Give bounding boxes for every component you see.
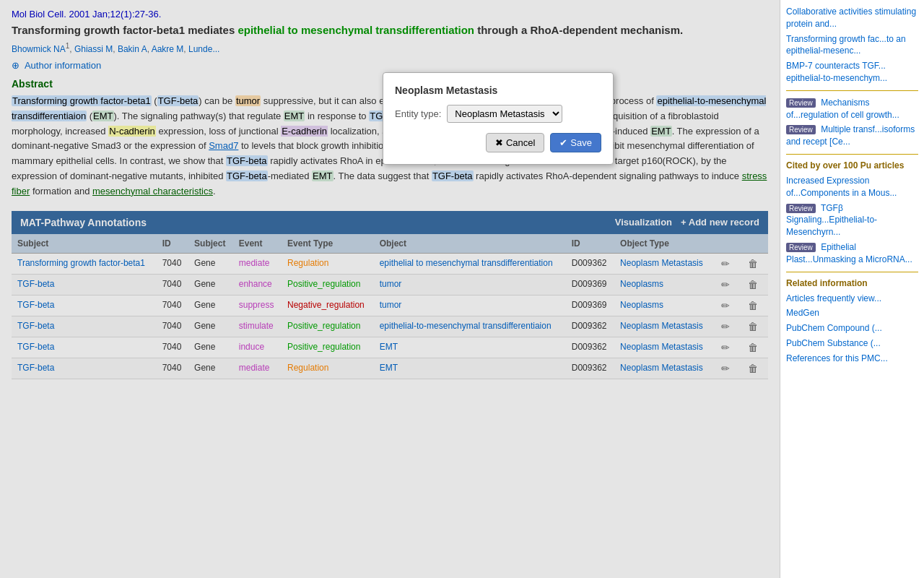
entity-type-label: Entity type:: [395, 108, 441, 119]
cited-review-badge-2: Review: [786, 243, 816, 252]
modal-entity-row: Entity type: Neoplasm Metastasis Neoplas…: [395, 105, 601, 123]
sidebar-link-1[interactable]: Collaborative activities stimulating pro…: [786, 6, 918, 30]
entity-type-select[interactable]: Neoplasm Metastasis Neoplasms Gene Prote…: [447, 105, 562, 123]
review-badge-2: Review: [786, 125, 816, 134]
sidebar-divider-1: [786, 90, 918, 91]
modal-overlay: Neoplasm Metastasis Entity type: Neoplas…: [0, 0, 780, 578]
main-content: Mol Biol Cell. 2001 Jan;12(1):27-36. Tra…: [0, 0, 780, 578]
cited-section: Cited by over 100 Pu articles Increased …: [786, 160, 918, 266]
cited-link-1[interactable]: Increased Expression of...Components in …: [786, 175, 918, 199]
sidebar-review-links: Review Mechanisms of...regulation of cel…: [786, 97, 918, 148]
cancel-label: Cancel: [506, 137, 535, 148]
related-link-1[interactable]: Articles frequently view...: [786, 293, 918, 305]
cancel-button[interactable]: ✖ Cancel: [486, 133, 544, 152]
cited-title: Cited by over 100 Pu articles: [786, 160, 918, 171]
review-item-1: Review Mechanisms of...regulation of cel…: [786, 97, 918, 121]
review-item-2: Review Multiple transf...isoforms and re…: [786, 124, 918, 148]
sidebar-link-2[interactable]: Transforming growth fac...to an epitheli…: [786, 33, 918, 58]
modal-box: Neoplasm Metastasis Entity type: Neoplas…: [383, 72, 614, 165]
sidebar-link-3[interactable]: BMP-7 counteracts TGF... epithelial-to-m…: [786, 60, 918, 85]
save-button[interactable]: ✔ Save: [550, 133, 601, 152]
cited-review-1: Review TGFβ Signaling...Epithelial-to-Me…: [786, 202, 918, 238]
related-section: Related information Articles frequently …: [786, 278, 918, 365]
sidebar-divider-3: [786, 272, 918, 272]
cancel-icon: ✖: [495, 137, 503, 148]
related-link-5[interactable]: References for this PMC...: [786, 353, 918, 365]
review-badge-1: Review: [786, 98, 816, 108]
modal-buttons: ✖ Cancel ✔ Save: [395, 133, 601, 152]
modal-title: Neoplasm Metastasis: [395, 85, 601, 96]
page-layout: Mol Biol Cell. 2001 Jan;12(1):27-36. Tra…: [0, 0, 924, 578]
related-link-4[interactable]: PubChem Substance (...: [786, 337, 918, 350]
related-title: Related information: [786, 278, 918, 288]
cited-review-badge-1: Review: [786, 204, 816, 213]
sidebar-divider-2: [786, 154, 918, 155]
save-icon: ✔: [559, 137, 567, 148]
cited-review-2: Review Epithelial Plast...Unmasking a Mi…: [786, 241, 918, 266]
related-link-2[interactable]: MedGen: [786, 307, 918, 319]
related-link-3[interactable]: PubChem Compound (...: [786, 322, 918, 335]
sidebar-top-links: Collaborative activities stimulating pro…: [786, 6, 918, 85]
save-label: Save: [570, 137, 592, 148]
sidebar: Collaborative activities stimulating pro…: [780, 0, 924, 578]
